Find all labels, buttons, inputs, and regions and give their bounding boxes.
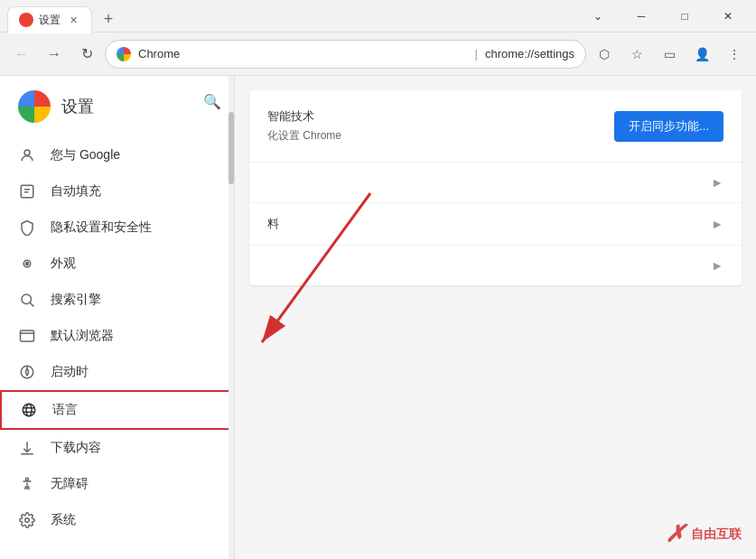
privacy-icon xyxy=(18,219,36,237)
sidebar-item-google-label: 您与 Google xyxy=(51,147,120,163)
sidebar-header: 设置 xyxy=(0,76,234,137)
sidebar-item-autofill[interactable]: 自动填充 xyxy=(0,173,234,210)
minimize-button[interactable]: ─ xyxy=(621,0,662,33)
svg-rect-8 xyxy=(21,331,34,341)
sidebar-title: 设置 xyxy=(61,96,94,117)
sidebar-item-search[interactable]: 搜索引擎 xyxy=(0,282,234,318)
svg-point-5 xyxy=(26,263,29,266)
watermark: ✗ 自由互联 xyxy=(666,520,742,548)
forward-button[interactable]: → xyxy=(40,40,69,69)
sidebar-item-browser[interactable]: 默认浏览器 xyxy=(0,318,234,354)
system-icon xyxy=(18,511,36,529)
sidebar-item-language[interactable]: 语言 xyxy=(0,390,234,430)
sidebar: 设置 🔍 您与 Google 自动填充 隐私设置和安全性 外观 xyxy=(0,76,235,559)
sidebar-item-download[interactable]: 下载内容 xyxy=(0,430,234,466)
settings-content: 智能技术 化设置 Chrome 开启同步功能... ► 料 ► ► xyxy=(249,90,742,285)
url-site: Chrome xyxy=(138,47,468,61)
sync-title: 智能技术 xyxy=(267,108,614,125)
watermark-label: 自由互联 xyxy=(691,526,742,543)
tab-area: 设置 ✕ + xyxy=(7,0,121,33)
toolbar-right: ⬡ ☆ ▭ 👤 ⋮ xyxy=(590,40,749,69)
close-button[interactable]: ✕ xyxy=(707,0,749,33)
title-bar: 设置 ✕ + ⌄ ─ □ ✕ xyxy=(0,0,756,33)
search-engine-icon xyxy=(18,291,36,309)
sidebar-item-language-label: 语言 xyxy=(52,402,78,418)
refresh-button[interactable]: ↻ xyxy=(72,40,101,69)
browser-icon xyxy=(18,327,36,345)
url-path: chrome://settings xyxy=(485,47,574,61)
share-icon-button[interactable]: ⬡ xyxy=(590,40,619,69)
tab-favicon xyxy=(19,13,33,27)
new-tab-button[interactable]: + xyxy=(96,7,121,33)
sidebar-item-system[interactable]: 系统 xyxy=(0,502,234,538)
sidebar-item-download-label: 下载内容 xyxy=(51,440,101,456)
sidebar-item-privacy-label: 隐私设置和安全性 xyxy=(51,219,152,236)
content-area: 智能技术 化设置 Chrome 开启同步功能... ► 料 ► ► xyxy=(235,76,756,559)
url-separator: | xyxy=(475,47,478,61)
list-row-2[interactable]: 料 ► xyxy=(249,202,742,245)
toolbar: ← → ↻ Chrome | chrome://settings ⬡ ☆ ▭ 👤… xyxy=(0,33,756,76)
sidebar-item-browser-label: 默认浏览器 xyxy=(51,328,114,344)
menu-button[interactable]: ⋮ xyxy=(720,40,749,69)
bookmark-button[interactable]: ☆ xyxy=(622,40,651,69)
language-icon xyxy=(20,401,38,419)
sync-subtitle: 化设置 Chrome xyxy=(267,128,614,144)
site-icon xyxy=(117,47,131,61)
sidebar-item-startup-label: 启动时 xyxy=(51,364,89,380)
watermark-x: ✗ xyxy=(665,520,687,548)
sidebar-item-accessibility[interactable]: 无障碍 xyxy=(0,466,234,502)
download-icon xyxy=(18,439,36,457)
scrollbar-thumb xyxy=(229,112,234,184)
sidebar-item-appearance[interactable]: 外观 xyxy=(0,246,234,282)
appearance-icon xyxy=(18,255,36,273)
autofill-icon xyxy=(18,182,36,200)
list-row-3[interactable]: ► xyxy=(249,245,742,285)
google-icon xyxy=(18,146,36,164)
sidebar-search-button[interactable]: 🔍 xyxy=(201,90,223,112)
settings-tab[interactable]: 设置 ✕ xyxy=(7,6,92,33)
svg-point-18 xyxy=(25,518,30,523)
back-button[interactable]: ← xyxy=(7,40,36,69)
collapse-button[interactable]: ⌄ xyxy=(577,0,619,33)
svg-point-17 xyxy=(26,478,29,480)
svg-point-13 xyxy=(26,404,32,416)
sidebar-item-accessibility-label: 无障碍 xyxy=(51,476,89,492)
sidebar-item-system-label: 系统 xyxy=(51,512,76,528)
sidebar-item-appearance-label: 外观 xyxy=(51,256,76,272)
sidebar-item-privacy[interactable]: 隐私设置和安全性 xyxy=(0,210,234,246)
sync-info: 智能技术 化设置 Chrome xyxy=(267,108,614,144)
sidebar-item-google[interactable]: 您与 Google xyxy=(0,137,234,173)
svg-point-6 xyxy=(22,294,32,304)
sidebar-scrollbar[interactable] xyxy=(229,76,234,559)
tab-title: 设置 xyxy=(39,13,61,28)
title-bar-left: 设置 ✕ + xyxy=(7,0,577,33)
main-layout: 设置 🔍 您与 Google 自动填充 隐私设置和安全性 外观 xyxy=(0,76,756,559)
sidebar-item-autofill-label: 自动填充 xyxy=(51,183,101,200)
accessibility-icon xyxy=(18,475,36,493)
maximize-button[interactable]: □ xyxy=(664,0,705,33)
list-row-2-text: 料 xyxy=(267,216,279,232)
list-row-1[interactable]: ► xyxy=(249,162,742,202)
sidebar-item-startup[interactable]: 启动时 xyxy=(0,354,234,390)
svg-line-7 xyxy=(30,303,33,306)
svg-point-0 xyxy=(24,150,30,155)
tab-close-button[interactable]: ✕ xyxy=(66,13,80,27)
sync-button[interactable]: 开启同步功能... xyxy=(614,111,723,142)
address-bar[interactable]: Chrome | chrome://settings xyxy=(105,40,586,69)
window-controls: ⌄ ─ □ ✕ xyxy=(577,0,749,33)
profile-button[interactable]: 👤 xyxy=(687,40,716,69)
list-row-2-arrow: ► xyxy=(711,217,723,231)
list-row-1-arrow: ► xyxy=(711,175,723,190)
startup-icon xyxy=(18,363,36,381)
sidebar-item-search-label: 搜索引擎 xyxy=(51,292,101,308)
sync-section: 智能技术 化设置 Chrome 开启同步功能... xyxy=(249,90,742,162)
list-row-3-arrow: ► xyxy=(711,258,723,273)
chrome-logo xyxy=(18,90,51,123)
svg-point-12 xyxy=(23,404,35,416)
split-view-button[interactable]: ▭ xyxy=(655,40,684,69)
